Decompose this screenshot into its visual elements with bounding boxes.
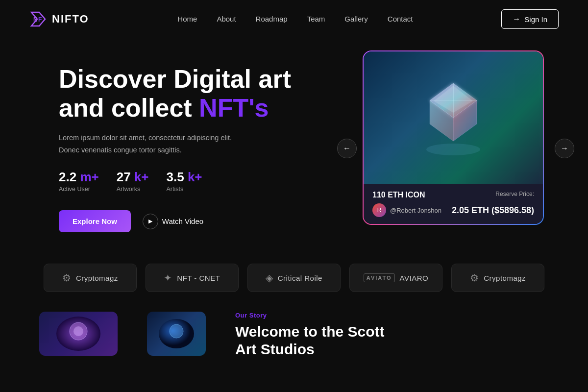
- stat-artworks-number: 27: [117, 170, 134, 184]
- nav-team[interactable]: Team: [307, 15, 325, 23]
- svg-point-3: [426, 144, 480, 155]
- hero-title-part1: Discover Digital art: [59, 65, 291, 93]
- signin-button[interactable]: → Sign In: [501, 9, 559, 29]
- nft-info-top: 110 ETH ICON Reserve Price:: [372, 191, 534, 199]
- cryptomagz-icon-2: ⚙: [470, 272, 479, 284]
- bottom-image-center: [147, 312, 206, 356]
- hero-left: Discover Digital art and collect NFT's L…: [59, 65, 291, 233]
- nav-links: Home About Roadmap Team Gallery Contact: [177, 15, 413, 24]
- logo-text: NIFTO: [52, 13, 89, 25]
- cryptomagz-icon-1: ⚙: [62, 272, 71, 284]
- partner-cryptomagz-2: ⚙ Cryptomagz: [451, 264, 544, 292]
- explore-button[interactable]: Explore Now: [59, 210, 131, 232]
- nft-author: R @Robert Jonshon: [372, 203, 441, 217]
- nft-image-area: [364, 51, 543, 184]
- svg-point-14: [170, 324, 183, 338]
- story-title-line1: Welcome to the Scott: [235, 323, 384, 340]
- story-title: Welcome to the Scott Art Studios: [235, 323, 549, 358]
- nft-artwork: [404, 69, 502, 167]
- nft-card-area: ←: [363, 50, 549, 246]
- nav-gallery[interactable]: Gallery: [344, 15, 368, 23]
- bottom-image-left: [39, 312, 118, 356]
- nft-card: 110 ETH ICON Reserve Price: R @Robert Jo…: [363, 50, 544, 225]
- stat-artists-number: 3.5: [167, 170, 188, 184]
- stat-artworks-suffix: k+: [134, 170, 149, 184]
- stat-artists-label: Artists: [167, 186, 202, 193]
- author-avatar: R: [372, 203, 386, 217]
- aviaro-label: AVIARO: [400, 274, 429, 282]
- nft-cnet-label: NFT - CNET: [177, 274, 220, 282]
- hero-section: Discover Digital art and collect NFT's L…: [0, 38, 588, 249]
- aviato-icon: AVIATO: [364, 273, 395, 282]
- story-text: Our Story Welcome to the Scott Art Studi…: [235, 312, 549, 358]
- stat-artworks-label: Artworks: [117, 186, 149, 193]
- hero-title-part2: and collect: [59, 94, 199, 122]
- hero-desc-line2: Donec venenatis congue tortor sagittis.: [59, 146, 182, 154]
- signin-label: Sign In: [524, 15, 547, 24]
- partner-cryptomagz-1: ⚙ Cryptomagz: [44, 264, 137, 292]
- partner-aviaro: AVIATO AVIARO: [349, 264, 442, 292]
- stat-artists: 3.5 k+ Artists: [167, 170, 202, 193]
- cryptomagz-label-1: Cryptomagz: [76, 274, 118, 282]
- hero-description: Lorem ipsum dolor sit amet, consectetur …: [59, 132, 291, 156]
- play-icon: ▶: [143, 214, 158, 229]
- critical-roile-icon: ◈: [266, 272, 273, 284]
- reserve-label: Reserve Price:: [495, 191, 534, 197]
- stat-artworks: 27 k+ Artworks: [117, 170, 149, 193]
- stat-active-user: 2.2 m+ Active User: [59, 170, 99, 193]
- logo-icon: N F: [29, 10, 47, 28]
- hero-stats: 2.2 m+ Active User 27 k+ Artworks 3.5 k+…: [59, 170, 291, 193]
- hero-title: Discover Digital art and collect NFT's: [59, 65, 291, 123]
- nft-price: 2.05 ETH ($5896.58): [452, 205, 534, 216]
- stat-active-user-label: Active User: [59, 186, 99, 193]
- critical-roile-label: Critical Roile: [278, 274, 322, 282]
- stat-active-user-number: 2.2: [59, 170, 80, 184]
- cryptomagz-label-2: Cryptomagz: [484, 274, 526, 282]
- arrow-right-icon: →: [513, 15, 520, 24]
- stat-artists-suffix: k+: [188, 170, 202, 184]
- partners-section: ⚙ Cryptomagz ✦ NFT - CNET ◈ Critical Roi…: [0, 249, 588, 307]
- hero-desc-line1: Lorem ipsum dolor sit amet, consectetur …: [59, 134, 232, 142]
- partner-nft-cnet: ✦ NFT - CNET: [146, 264, 239, 292]
- partner-critical-roile: ◈ Critical Roile: [247, 264, 341, 292]
- svg-text:N: N: [33, 16, 38, 23]
- nft-info: 110 ETH ICON Reserve Price: R @Robert Jo…: [364, 184, 543, 224]
- bottom-art-left: [54, 314, 103, 353]
- nav-roadmap[interactable]: Roadmap: [256, 15, 288, 23]
- nav-contact[interactable]: Contact: [388, 15, 413, 23]
- prev-arrow-button[interactable]: ←: [337, 139, 357, 158]
- nav-about[interactable]: About: [217, 15, 236, 23]
- bottom-section: Our Story Welcome to the Scott Art Studi…: [0, 307, 588, 358]
- navbar: N F NIFTO Home About Roadmap Team Galler…: [0, 0, 588, 38]
- hero-buttons: Explore Now ▶ Watch Video: [59, 210, 291, 232]
- nav-home[interactable]: Home: [177, 15, 197, 23]
- logo-area: N F NIFTO: [29, 10, 89, 28]
- svg-point-12: [74, 326, 83, 336]
- svg-text:F: F: [38, 16, 42, 23]
- stat-active-user-suffix: m+: [80, 170, 98, 184]
- our-story-label: Our Story: [235, 312, 549, 319]
- watch-video-button[interactable]: ▶ Watch Video: [143, 214, 203, 229]
- bottom-art-center: [157, 317, 196, 351]
- watch-btn-label: Watch Video: [162, 217, 203, 225]
- author-name: @Robert Jonshon: [390, 207, 441, 214]
- nft-name: 110 ETH ICON: [372, 191, 425, 199]
- story-title-line2: Art Studios: [235, 341, 315, 357]
- hero-title-highlight: NFT's: [199, 94, 269, 122]
- nft-cnet-icon: ✦: [164, 272, 172, 284]
- nft-info-bottom: R @Robert Jonshon 2.05 ETH ($5896.58): [372, 203, 534, 217]
- next-arrow-button[interactable]: →: [555, 139, 574, 158]
